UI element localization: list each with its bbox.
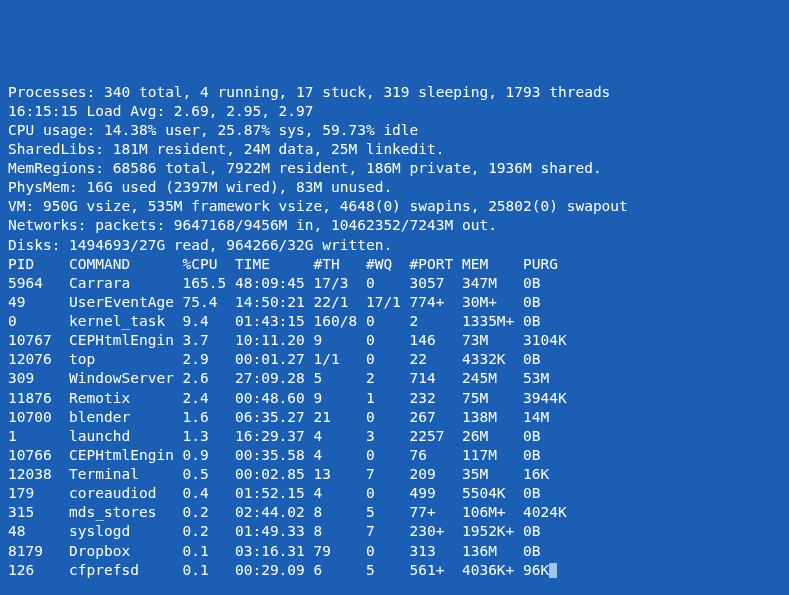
process-row: 309 WindowServer 2.6 27:09.28 5 2 714 24…	[8, 369, 781, 388]
summary-load: 16:15:15 Load Avg: 2.69, 2.95, 2.97	[8, 102, 781, 121]
terminal-cursor	[549, 563, 557, 578]
top-output: Processes: 340 total, 4 running, 17 stuc…	[8, 83, 781, 580]
summary-disks: Disks: 1494693/27G read, 964266/32G writ…	[8, 236, 781, 255]
process-row: 126 cfprefsd 0.1 00:29.09 6 5 561+ 4036K…	[8, 561, 781, 580]
process-row: 49 UserEventAge 75.4 14:50:21 22/1 17/1 …	[8, 293, 781, 312]
process-row: 10766 CEPHtmlEngin 0.9 00:35.58 4 0 76 1…	[8, 446, 781, 465]
process-row: 12076 top 2.9 00:01.27 1/1 0 22 4332K 0B	[8, 350, 781, 369]
summary-physmem: PhysMem: 16G used (2397M wired), 83M unu…	[8, 178, 781, 197]
process-row: 315 mds_stores 0.2 02:44.02 8 5 77+ 106M…	[8, 503, 781, 522]
summary-cpu: CPU usage: 14.38% user, 25.87% sys, 59.7…	[8, 121, 781, 140]
process-row: 48 syslogd 0.2 01:49.33 8 7 230+ 1952K+ …	[8, 522, 781, 541]
summary-sharedlibs: SharedLibs: 181M resident, 24M data, 25M…	[8, 140, 781, 159]
process-row: 1 launchd 1.3 16:29.37 4 3 2257 26M 0B	[8, 427, 781, 446]
summary-memregions: MemRegions: 68586 total, 7922M resident,…	[8, 159, 781, 178]
process-row: 11876 Remotix 2.4 00:48.60 9 1 232 75M 3…	[8, 389, 781, 408]
process-row: 0 kernel_task 9.4 01:43:15 160/8 0 2 133…	[8, 312, 781, 331]
process-row: 10767 CEPHtmlEngin 3.7 10:11.20 9 0 146 …	[8, 331, 781, 350]
process-row: 179 coreaudiod 0.4 01:52.15 4 0 499 5504…	[8, 484, 781, 503]
process-row: 12038 Terminal 0.5 00:02.85 13 7 209 35M…	[8, 465, 781, 484]
summary-networks: Networks: packets: 9647168/9456M in, 104…	[8, 216, 781, 235]
process-table-header: PID COMMAND %CPU TIME #TH #WQ #PORT MEM …	[8, 255, 781, 274]
summary-processes: Processes: 340 total, 4 running, 17 stuc…	[8, 83, 781, 102]
process-row: 8179 Dropbox 0.1 03:16.31 79 0 313 136M …	[8, 542, 781, 561]
process-row: 10700 blender 1.6 06:35.27 21 0 267 138M…	[8, 408, 781, 427]
process-row: 5964 Carrara 165.5 48:09:45 17/3 0 3057 …	[8, 274, 781, 293]
summary-vm: VM: 950G vsize, 535M framework vsize, 46…	[8, 197, 781, 216]
